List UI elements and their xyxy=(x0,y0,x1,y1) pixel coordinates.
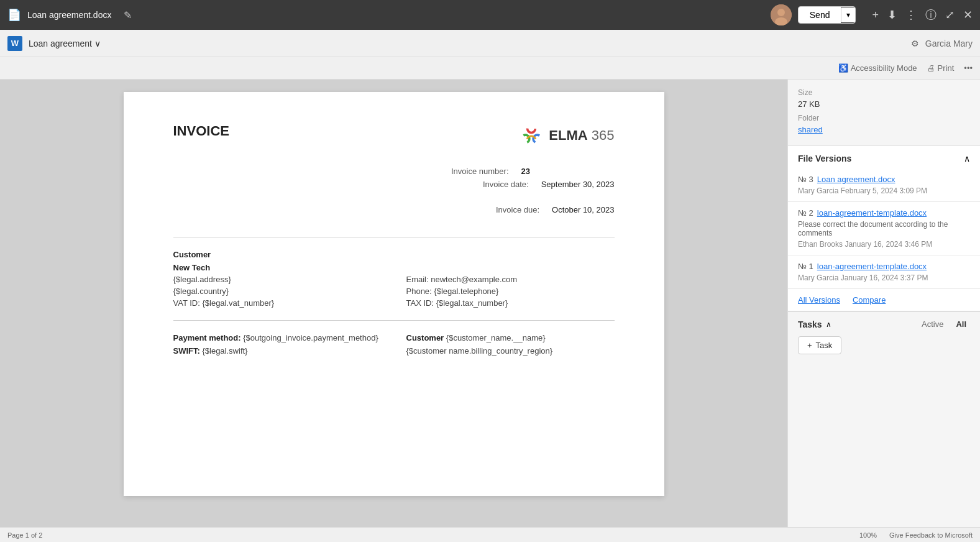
version-2-meta: Ethan Brooks January 16, 2024 3:46 PM xyxy=(798,240,970,249)
more-icon: ••• xyxy=(964,63,973,73)
version-3-meta: Mary Garcia February 5, 2024 3:09 PM xyxy=(798,186,970,195)
feedback-link[interactable]: Give Feedback to Microsoft xyxy=(889,531,973,539)
version-2-num-row: № 2 loan-agreement-template.docx xyxy=(798,208,970,218)
customer-vat: VAT ID: {$legal.vat_number} xyxy=(173,298,382,308)
elma-text: ELMA xyxy=(549,127,587,143)
second-bar: W Loan agreement ∨ ⚙ Garcia Mary xyxy=(0,30,980,57)
doc-title-dropdown[interactable]: Loan agreement ∨ xyxy=(29,39,101,48)
invoice-due-label: Invoice due: xyxy=(446,205,539,214)
add-task-plus-icon: + xyxy=(807,341,812,350)
status-right: 100% Give Feedback to Microsoft xyxy=(859,531,973,539)
word-doc-icon: 📄 xyxy=(7,8,21,22)
divider-1 xyxy=(173,237,615,237)
invoice-number-row: Invoice number: 23 xyxy=(416,167,615,176)
print-label: Print xyxy=(938,63,955,73)
invoice-due-row: Invoice due: October 10, 2023 xyxy=(446,205,614,214)
version-2-comment: Please correct the document according to… xyxy=(798,220,970,237)
swift-label: SWIFT: xyxy=(173,346,200,356)
tasks-collapse-button[interactable]: ∧ xyxy=(826,320,831,329)
swift-value: {$legal.swift} xyxy=(202,346,247,356)
customer-tax: TAX ID: {$legal.tax_number} xyxy=(406,298,615,308)
document-viewer[interactable]: INVOICE ELMA 365 Invoice number: xyxy=(0,80,787,527)
settings-icon[interactable]: ⚙ xyxy=(911,39,919,48)
customer-country: {$legal.country} xyxy=(173,287,382,296)
tasks-title-group: Tasks ∧ xyxy=(798,319,831,329)
customer-name-row: Customer {$customer_name.__name} xyxy=(406,333,615,342)
payment-method-row: Payment method: {$outgoing_invoice.payme… xyxy=(173,333,382,342)
version-item-2: № 2 loan-agreement-template.docx Please … xyxy=(788,202,980,255)
info-icon[interactable]: ⓘ xyxy=(925,7,936,22)
print-icon: 🖨 xyxy=(927,63,935,73)
invoice-due-value: October 10, 2023 xyxy=(552,205,614,214)
invoice-date-label: Invoice date: xyxy=(436,180,529,189)
version-2-num: № 2 xyxy=(798,208,813,218)
status-bar: Page 1 of 2 100% Give Feedback to Micros… xyxy=(0,527,980,542)
add-task-label: Task xyxy=(816,341,833,350)
version-1-author: Mary Garcia xyxy=(798,273,838,282)
customer-phone: Phone: {$legal.telephone} xyxy=(406,287,615,296)
accessibility-mode-button[interactable]: ♿ Accessibility Mode xyxy=(838,63,917,73)
tab-all[interactable]: All xyxy=(952,318,970,330)
folder-label: Folder xyxy=(798,114,819,122)
elma-logo-icon xyxy=(519,123,544,148)
customer-section: Customer New Tech {$legal.address} Email… xyxy=(173,250,615,308)
file-versions-header: File Versions ∧ xyxy=(788,146,980,168)
right-panel: Size 27 KB Folder shared File Versions ∧… xyxy=(787,80,980,527)
size-value: 27 KB xyxy=(798,99,820,109)
version-3-author: Mary Garcia xyxy=(798,186,838,195)
all-versions-link[interactable]: All Versions xyxy=(798,295,840,305)
file-versions-collapse[interactable]: ∧ xyxy=(964,154,970,163)
invoice-date-row: Invoice date: September 30, 2023 xyxy=(436,180,615,189)
version-item-1: № 1 loan-agreement-template.docx Mary Ga… xyxy=(788,255,980,289)
version-2-author: Ethan Brooks xyxy=(798,240,843,249)
versions-actions: All Versions Compare xyxy=(788,289,980,311)
toolbar-more-button[interactable]: ••• xyxy=(964,63,973,73)
payment-section: Payment method: {$outgoing_invoice.payme… xyxy=(173,333,615,356)
version-3-link[interactable]: Loan agreement.docx xyxy=(817,175,895,184)
tasks-tabs: Active All xyxy=(918,318,970,330)
add-icon[interactable]: + xyxy=(872,9,879,22)
document-page: INVOICE ELMA 365 Invoice number: xyxy=(124,92,664,496)
tab-active[interactable]: Active xyxy=(918,318,947,330)
send-button[interactable]: Send xyxy=(799,7,841,23)
more-options-icon[interactable]: ⋮ xyxy=(905,8,917,22)
size-value-row: 27 KB xyxy=(798,99,970,109)
add-task-button[interactable]: + Task xyxy=(798,336,841,354)
payment-method-value: {$outgoing_invoice.payment_method} xyxy=(243,333,378,342)
svg-point-3 xyxy=(528,125,536,133)
compare-link[interactable]: Compare xyxy=(853,295,886,305)
version-2-link[interactable]: loan-agreement-template.docx xyxy=(817,208,927,218)
invoice-header-row: INVOICE ELMA 365 xyxy=(173,123,615,148)
size-row: Size xyxy=(798,88,970,97)
invoice-number-value: 23 xyxy=(521,167,615,176)
customer-email: Email: newtech@example.com xyxy=(406,275,615,284)
download-icon[interactable]: ⬇ xyxy=(887,8,897,22)
tasks-title: Tasks xyxy=(798,319,822,329)
svg-point-4 xyxy=(532,134,543,144)
send-button-group: Send ▾ xyxy=(798,6,856,24)
divider-2 xyxy=(173,320,615,321)
tasks-header: Tasks ∧ Active All xyxy=(798,318,970,330)
top-bar: 📄 Loan agreement.docx ✎ Send ▾ + ⬇ ⋮ ⓘ ⤢… xyxy=(0,0,980,30)
billing-row: {$customer name.billing_country_region} xyxy=(406,346,615,356)
folder-link[interactable]: shared xyxy=(798,125,823,134)
version-2-date: January 16, 2024 3:46 PM xyxy=(845,240,932,249)
elma-logo-text: ELMA 365 xyxy=(549,127,614,144)
toolbar-bar: ♿ Accessibility Mode 🖨 Print ••• xyxy=(0,57,980,80)
top-bar-right-icons: + ⬇ ⋮ ⓘ ⤢ ✕ xyxy=(872,7,973,22)
version-3-date: February 5, 2024 3:09 PM xyxy=(841,186,927,195)
customer-field-value: {$customer_name.__name} xyxy=(446,333,546,342)
billing-value: {$customer name.billing_country_region} xyxy=(406,346,553,356)
version-3-num-row: № 3 Loan agreement.docx xyxy=(798,175,970,184)
swift-row: SWIFT: {$legal.swift} xyxy=(173,346,382,356)
edit-title-button[interactable]: ✎ xyxy=(121,7,134,24)
word-icon: W xyxy=(7,36,22,51)
version-1-num-row: № 1 loan-agreement-template.docx xyxy=(798,262,970,271)
tasks-section: Tasks ∧ Active All + Task xyxy=(788,312,980,361)
send-dropdown-button[interactable]: ▾ xyxy=(841,7,855,22)
version-1-link[interactable]: loan-agreement-template.docx xyxy=(817,262,927,271)
close-icon[interactable]: ✕ xyxy=(963,8,973,22)
expand-icon[interactable]: ⤢ xyxy=(945,8,955,22)
page-info: Page 1 of 2 xyxy=(7,531,42,539)
print-button[interactable]: 🖨 Print xyxy=(927,63,955,73)
